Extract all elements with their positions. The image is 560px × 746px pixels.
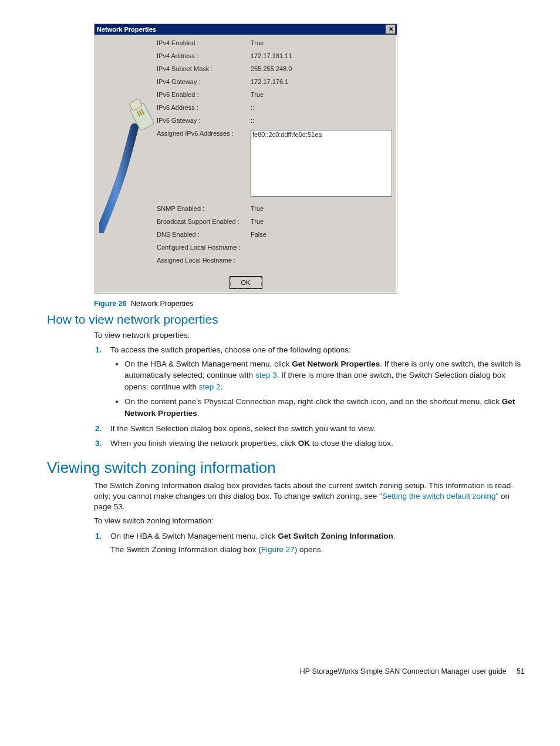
prop-value: True	[251, 91, 392, 98]
link-setting-default-zoning[interactable]: "Setting the switch default zoning"	[379, 492, 498, 500]
prop-row-ipv6-address: IPv6 Address : ::	[157, 104, 392, 111]
prop-row-ipv6-enabled: IPv6 Enabled : True	[157, 91, 392, 98]
prop-label: IPv4 Subnet Mask :	[157, 65, 251, 72]
prop-label: IPv4 Gateway :	[157, 78, 251, 85]
section-heading-view-network-properties: How to view network properties	[47, 312, 525, 327]
prop-label: DNS Enabled :	[157, 231, 251, 238]
prop-label: Broadcast Support Enabled :	[157, 218, 251, 225]
prop-row-ipv4-enabled: IPv4 Enabled : True	[157, 39, 392, 46]
section1-intro: To view network properties:	[94, 330, 525, 341]
prop-row-broadcast-enabled: Broadcast Support Enabled : True	[157, 218, 392, 225]
network-properties-dialog: Network Properties ✕	[94, 23, 397, 294]
prop-row-dns-enabled: DNS Enabled : False	[157, 231, 392, 238]
assigned-ipv6-list[interactable]: fe80::2c0:ddff:fe0d:51ea	[251, 130, 392, 197]
prop-value: False	[251, 231, 392, 238]
prop-row-ipv6-gateway: IPv6 Gateway : ::	[157, 117, 392, 124]
close-button[interactable]: ✕	[386, 25, 396, 34]
page-number: 51	[517, 667, 525, 676]
prop-label: IPv6 Gateway :	[157, 117, 251, 124]
step-2: 2. If the Switch Selection dialog box op…	[110, 423, 525, 435]
page-footer: HP StorageWorks Simple SAN Connection Ma…	[300, 667, 525, 676]
zoning-step-1: 1. On the HBA & Switch Management menu, …	[110, 530, 525, 556]
prop-value: True	[251, 39, 392, 46]
figure-caption-text: Network Properties	[131, 300, 193, 308]
bullet-content-pane: On the content pane's Physical Connectio…	[124, 396, 525, 419]
prop-row-ipv4-address: IPv4 Address : 172.17.181.11	[157, 52, 392, 59]
prop-label: IPv4 Address :	[157, 52, 251, 59]
prop-label: IPv4 Enabled :	[157, 39, 251, 46]
prop-row-assigned-hostname: Assigned Local Hostname :	[157, 257, 392, 264]
prop-label: Configured Local Hostname :	[157, 244, 251, 251]
prop-value: True	[251, 218, 392, 225]
bold-get-switch-zoning: Get Switch Zoning Information	[278, 532, 393, 540]
prop-row-ipv4-gateway: IPv4 Gateway : 172.17.176.1	[157, 78, 392, 85]
figure-label: Figure 26	[94, 300, 127, 308]
prop-value: 172.17.176.1	[251, 78, 392, 85]
cable-illustration	[99, 39, 154, 233]
bold-get-network-properties: Get Network Properties	[292, 359, 380, 368]
prop-label: SNMP Enabled :	[157, 205, 251, 212]
prop-row-configured-hostname: Configured Local Hostname :	[157, 244, 392, 251]
prop-value: ::	[251, 104, 392, 111]
step-1: 1. To access the switch properties, choo…	[110, 344, 525, 419]
prop-value: 255.255.248.0	[251, 65, 392, 72]
close-icon: ✕	[389, 26, 393, 32]
bullet-hba-menu: On the HBA & Switch Management menu, cli…	[124, 358, 525, 393]
zoning-paragraph-1: The Switch Zoning Information dialog box…	[94, 480, 525, 513]
prop-row-assigned-ipv6: Assigned IPv6 Addresses : fe80::2c0:ddff…	[157, 130, 392, 197]
link-step-2[interactable]: step 2	[199, 382, 221, 391]
link-step-3[interactable]: step 3	[255, 371, 277, 379]
step-3: 3. When you finish viewing the network p…	[110, 438, 525, 449]
prop-label: IPv6 Address :	[157, 104, 251, 111]
dialog-title: Network Properties	[97, 26, 156, 33]
prop-row-ipv4-subnet: IPv4 Subnet Mask : 255.255.248.0	[157, 65, 392, 72]
step-number: 3.	[95, 438, 102, 449]
prop-label: Assigned Local Hostname :	[157, 257, 251, 264]
ok-button[interactable]: OK	[230, 277, 262, 288]
prop-label: IPv6 Enabled :	[157, 91, 251, 98]
zoning-paragraph-2: To view switch zoning information:	[94, 516, 525, 526]
step-number: 1.	[95, 344, 102, 356]
section-heading-zoning-info: Viewing switch zoning information	[47, 459, 525, 477]
prop-row-snmp-enabled: SNMP Enabled : True	[157, 205, 392, 212]
step-number: 1.	[95, 530, 102, 542]
footer-text: HP StorageWorks Simple SAN Connection Ma…	[300, 667, 507, 676]
step-1-text: To access the switch properties, choose …	[110, 345, 351, 354]
figure-caption: Figure 26 Network Properties	[94, 300, 525, 308]
step-number: 2.	[95, 423, 102, 435]
bold-ok: OK	[298, 439, 310, 448]
prop-value: ::	[251, 117, 392, 124]
prop-value: 172.17.181.11	[251, 52, 392, 59]
ipv6-list-item: fe80::2c0:ddff:fe0d:51ea	[252, 131, 390, 138]
link-figure-27[interactable]: Figure 27	[261, 545, 295, 554]
prop-value: True	[251, 205, 392, 212]
dialog-title-bar: Network Properties ✕	[95, 24, 397, 35]
prop-label: Assigned IPv6 Addresses :	[157, 130, 251, 137]
